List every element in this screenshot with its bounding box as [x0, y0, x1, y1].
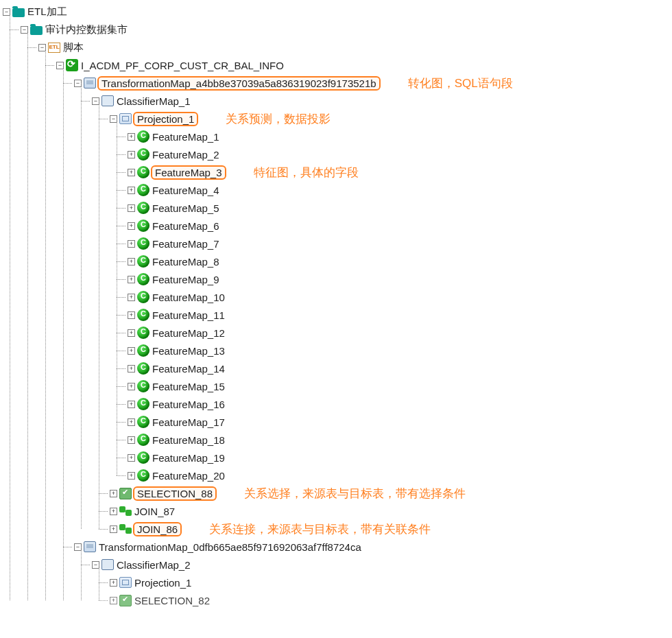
annotation-text: 转化图，SQL语句段 [408, 75, 513, 91]
node-feature-map[interactable]: +FeatureMap_9 [128, 270, 672, 288]
feature-icon [137, 398, 149, 410]
expand-icon[interactable]: + [128, 383, 135, 390]
node-feature-map[interactable]: +FeatureMap_5 [128, 199, 672, 217]
projection-icon [119, 113, 132, 125]
projection-icon [119, 576, 132, 589]
feature-icon [137, 148, 149, 161]
node-feature-map[interactable]: +FeatureMap_1 [128, 128, 672, 145]
feature-icon [137, 344, 149, 357]
expand-icon[interactable]: + [110, 597, 117, 604]
annotation-text: 关系预测，数据投影 [226, 111, 331, 127]
node-transformation-map[interactable]: − TransformationMap_0dfb665ae85f97169206… [74, 538, 672, 556]
node-label: FeatureMap_12 [151, 327, 226, 339]
feature-icon [137, 291, 149, 303]
node-datamart[interactable]: − 审计内控数据集市 [21, 21, 672, 38]
expand-icon[interactable]: + [128, 401, 135, 408]
tree-root: − ETL加工 − 审计内控数据集市 − ETL 脚本 − I_ACDM_PF_… [3, 3, 672, 609]
node-label: FeatureMap_10 [151, 292, 226, 303]
feature-icon [137, 255, 149, 268]
expand-icon[interactable]: + [128, 258, 135, 265]
map-icon [84, 541, 96, 553]
node-classifier-map[interactable]: − ClassifierMap_1 [92, 92, 672, 110]
node-transformation-map[interactable]: − TransformationMap_a4bb8e37039a5a836319… [74, 74, 672, 92]
expand-icon[interactable]: + [128, 454, 135, 462]
join-icon [119, 523, 132, 535]
node-label: ClassifierMap_2 [115, 559, 192, 571]
node-label: ETL加工 [26, 5, 69, 19]
node-feature-map[interactable]: +FeatureMap_3特征图，具体的字段 [128, 163, 672, 181]
expand-icon[interactable]: + [128, 365, 135, 373]
expand-icon[interactable]: + [110, 525, 117, 533]
node-feature-map[interactable]: +FeatureMap_11 [128, 306, 672, 324]
node-feature-map[interactable]: +FeatureMap_15 [128, 377, 672, 395]
node-join[interactable]: + JOIN_86 关系连接，来源表与目标表，带有关联条件 [110, 520, 672, 538]
node-etl[interactable]: − ETL加工 [3, 3, 672, 21]
map-icon [84, 77, 96, 89]
node-feature-map[interactable]: +FeatureMap_20 [128, 466, 672, 484]
node-label: FeatureMap_14 [151, 363, 226, 375]
etl-file-icon: ETL [48, 41, 60, 54]
node-label: FeatureMap_11 [151, 309, 226, 321]
feature-icon [137, 380, 149, 392]
selection-icon [119, 487, 132, 499]
node-label: JOIN_87 [133, 506, 176, 517]
node-label: FeatureMap_15 [151, 381, 226, 392]
expand-icon[interactable]: + [110, 579, 117, 587]
node-projection[interactable]: + Projection_1 [110, 574, 672, 591]
expand-icon[interactable]: + [128, 240, 135, 248]
feature-icon [137, 130, 149, 143]
node-feature-map[interactable]: +FeatureMap_6 [128, 217, 672, 235]
annotation-text: 关系连接，来源表与目标表，带有关联条件 [209, 521, 431, 537]
node-label: FeatureMap_13 [151, 345, 226, 357]
selection-icon [119, 594, 132, 606]
node-label: FeatureMap_2 [151, 149, 221, 161]
node-feature-map[interactable]: +FeatureMap_17 [128, 413, 672, 431]
expand-icon[interactable]: + [128, 436, 135, 444]
node-feature-map[interactable]: +FeatureMap_10 [128, 288, 672, 306]
expand-icon[interactable]: + [128, 347, 135, 355]
node-feature-map[interactable]: +FeatureMap_13 [128, 342, 672, 359]
expand-icon[interactable]: + [128, 311, 135, 319]
node-feature-map[interactable]: +FeatureMap_4 [128, 181, 672, 199]
node-label: FeatureMap_4 [151, 185, 221, 196]
expand-icon[interactable]: + [128, 222, 135, 230]
expand-icon[interactable]: + [128, 472, 135, 480]
feature-icon [137, 184, 149, 196]
node-selection[interactable]: + SELECTION_88 关系选择，来源表与目标表，带有选择条件 [110, 484, 672, 502]
expand-icon[interactable]: + [128, 418, 135, 426]
expand-icon[interactable]: + [110, 508, 117, 515]
expand-icon[interactable]: + [128, 294, 135, 301]
node-feature-map[interactable]: +FeatureMap_16 [128, 395, 672, 413]
expand-icon[interactable]: + [128, 329, 135, 337]
expand-icon[interactable]: + [128, 133, 135, 141]
node-projection[interactable]: − Projection_1 关系预测，数据投影 [110, 110, 672, 128]
expand-icon[interactable]: + [128, 151, 135, 158]
node-feature-map[interactable]: +FeatureMap_18 [128, 431, 672, 449]
expand-icon[interactable]: + [128, 169, 135, 176]
expand-icon[interactable]: + [128, 204, 135, 212]
node-join[interactable]: + JOIN_87 [110, 502, 672, 520]
expand-icon[interactable]: + [128, 187, 135, 194]
node-classifier-map[interactable]: − ClassifierMap_2 [92, 556, 672, 574]
expand-icon[interactable]: + [110, 490, 117, 497]
node-feature-map[interactable]: +FeatureMap_19 [128, 449, 672, 466]
feature-icon [137, 451, 149, 464]
node-feature-map[interactable]: +FeatureMap_12 [128, 324, 672, 342]
classifier-icon [101, 95, 114, 107]
node-feature-map[interactable]: +FeatureMap_7 [128, 235, 672, 252]
feature-icon [137, 202, 149, 214]
node-scripts[interactable]: − ETL 脚本 [38, 38, 672, 56]
node-label: SELECTION_82 [133, 595, 211, 606]
node-job[interactable]: − I_ACDM_PF_CORP_CUST_CR_BAL_INFO [56, 56, 672, 74]
node-selection[interactable]: + SELECTION_82 [110, 591, 672, 609]
expand-icon[interactable]: + [128, 276, 135, 283]
annotation-text: 特征图，具体的字段 [254, 165, 359, 180]
node-feature-map[interactable]: +FeatureMap_2 [128, 145, 672, 163]
node-feature-map[interactable]: +FeatureMap_8 [128, 252, 672, 270]
node-label: FeatureMap_8 [151, 256, 221, 268]
node-label: Projection_1 [133, 112, 198, 126]
node-feature-map[interactable]: +FeatureMap_14 [128, 359, 672, 377]
node-label: I_ACDM_PF_CORP_CUST_CR_BAL_INFO [80, 60, 285, 71]
feature-icon [137, 469, 149, 482]
node-label: FeatureMap_3 [151, 165, 226, 180]
